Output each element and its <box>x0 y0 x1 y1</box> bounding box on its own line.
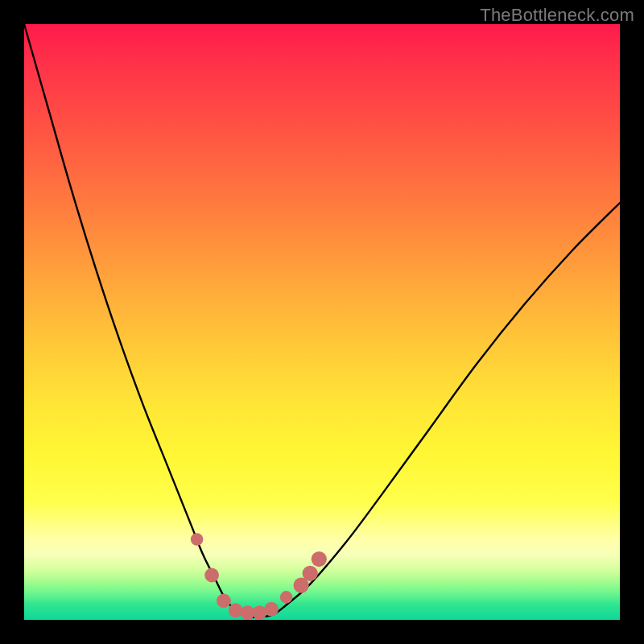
bottleneck-curve <box>24 24 620 617</box>
marker-dot <box>280 591 293 604</box>
bottleneck-chart-svg <box>24 24 620 620</box>
plot-area <box>24 24 620 620</box>
marker-dot <box>191 533 204 546</box>
chart-frame: TheBottleneck.com <box>0 0 644 644</box>
marker-dot <box>312 551 327 567</box>
curve-markers <box>191 533 327 620</box>
marker-dot <box>264 602 279 617</box>
marker-dot <box>217 593 231 608</box>
watermark-text: TheBottleneck.com <box>480 5 634 26</box>
marker-dot <box>229 603 243 617</box>
marker-dot <box>204 568 219 583</box>
marker-dot <box>303 566 318 581</box>
